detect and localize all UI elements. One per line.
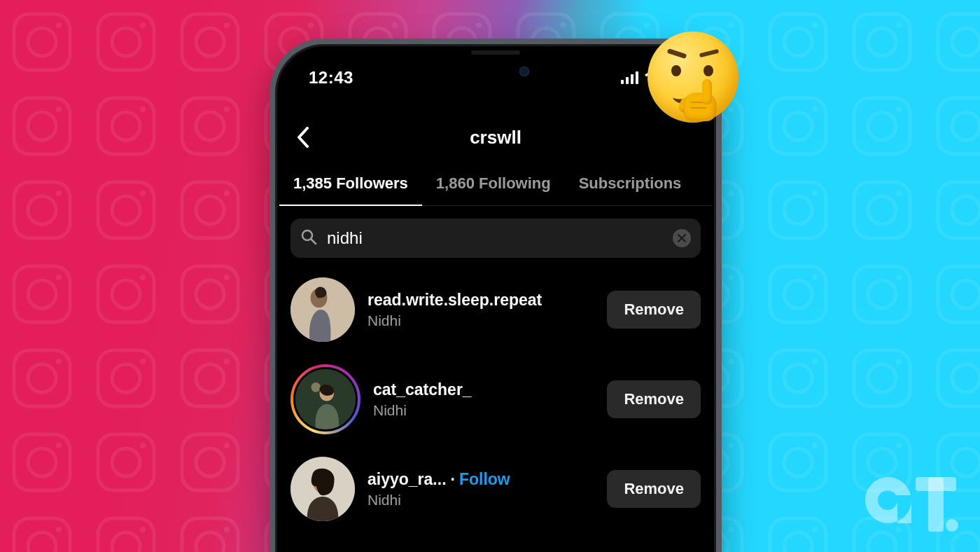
page-title: crswll	[470, 127, 522, 149]
svg-rect-0	[621, 80, 624, 84]
tabs: 1,385 Followers 1,860 Following Subscrip…	[279, 165, 712, 206]
avatar-placeholder-icon	[295, 369, 356, 429]
username: aiyyo_ra...	[368, 470, 447, 489]
tab-following[interactable]: 1,860 Following	[422, 165, 565, 205]
list-item[interactable]: aiyyo_ra... · Follow Nidhi Remove	[290, 446, 701, 532]
avatar-placeholder-icon	[290, 277, 355, 342]
svg-rect-2	[631, 74, 634, 84]
thinking-face-emoji	[648, 32, 760, 144]
cellular-icon	[621, 71, 639, 84]
display-name: Nidhi	[368, 312, 594, 329]
search-field[interactable]	[290, 219, 701, 258]
chevron-left-icon	[295, 127, 311, 148]
svg-point-18	[946, 519, 958, 532]
clear-search-button[interactable]	[673, 229, 691, 247]
username: cat_catcher_	[373, 380, 472, 399]
instagram-followers-screen: crswll 1,385 Followers 1,860 Following S…	[279, 116, 712, 552]
back-button[interactable]	[289, 123, 317, 151]
display-name: Nidhi	[368, 492, 594, 509]
follow-button[interactable]: Follow	[459, 470, 510, 489]
front-camera	[519, 67, 529, 76]
search-input[interactable]	[326, 228, 664, 249]
remove-button[interactable]: Remove	[607, 470, 701, 508]
remove-button[interactable]: Remove	[607, 380, 701, 418]
avatar-story-ring[interactable]	[290, 364, 360, 434]
dynamic-island	[434, 58, 557, 86]
username: read.write.sleep.repeat	[368, 291, 542, 310]
separator-dot: ·	[451, 470, 455, 489]
avatar[interactable]	[290, 277, 355, 342]
svg-rect-17	[928, 477, 944, 532]
avatar[interactable]	[290, 457, 355, 521]
phone-speaker	[471, 50, 520, 55]
svg-line-8	[312, 240, 316, 244]
remove-button[interactable]: Remove	[607, 291, 701, 329]
list-item[interactable]: read.write.sleep.repeat Nidhi Remove	[290, 266, 701, 353]
status-time: 12:43	[309, 68, 354, 88]
brand-watermark	[857, 467, 962, 537]
svg-rect-3	[636, 71, 638, 84]
svg-point-7	[302, 230, 312, 240]
tab-followers[interactable]: 1,385 Followers	[279, 165, 422, 205]
followers-list: read.write.sleep.repeat Nidhi Remove	[279, 263, 712, 532]
tab-subscriptions[interactable]: Subscriptions	[565, 165, 696, 205]
list-item[interactable]: cat_catcher_ Nidhi Remove	[290, 353, 701, 446]
display-name: Nidhi	[373, 402, 594, 419]
svg-point-12	[311, 382, 321, 392]
page-background: 12:43	[0, 0, 980, 552]
search-icon	[300, 228, 317, 248]
avatar-placeholder-icon	[290, 457, 355, 521]
close-icon	[678, 234, 686, 242]
svg-rect-1	[626, 77, 629, 84]
